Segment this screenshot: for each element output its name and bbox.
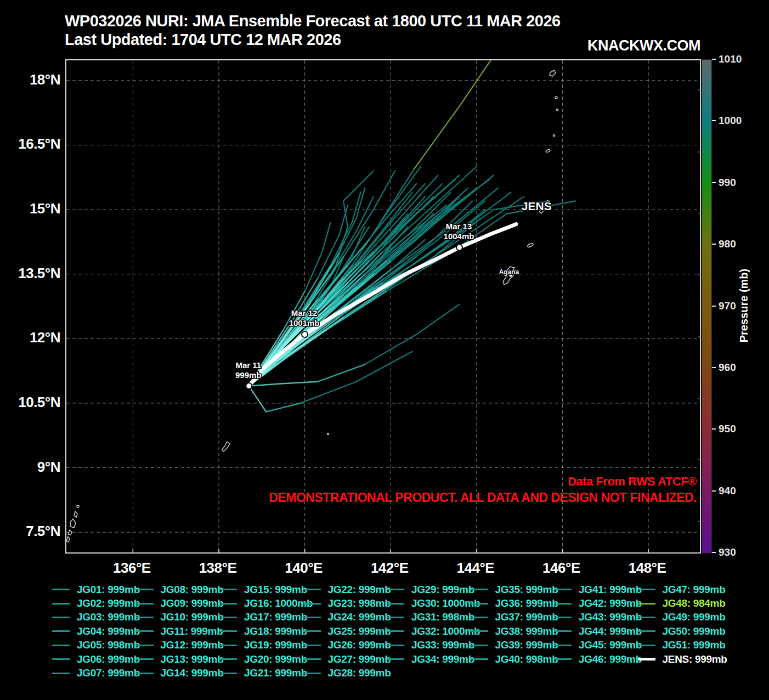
legend-item: JG19: 999mb — [219, 639, 303, 652]
legend-swatch — [136, 673, 154, 674]
island-palau-main — [70, 519, 76, 528]
legend-swatch — [52, 645, 70, 646]
legend-swatch — [303, 603, 321, 605]
pressure-colorbar — [702, 59, 712, 554]
forecast-map: Mar 11999mbMar 121001mbMar 131004mbJENSA… — [65, 59, 701, 554]
legend-item-label: JG33: 999mb — [411, 639, 474, 651]
legend-swatch — [136, 645, 154, 646]
island-palau-n — [74, 511, 77, 517]
jens-point-label: Mar 11999mb — [235, 360, 262, 380]
page-subtitle: Last Updated: 1704 UTC 12 MAR 2026 — [65, 31, 561, 49]
legend-item: JG43: 999mb — [554, 611, 638, 624]
legend-item-label: JG08: 999mb — [161, 584, 224, 596]
legend-swatch — [136, 658, 154, 660]
island-palau-s1 — [68, 530, 72, 535]
legend-swatch — [638, 589, 655, 590]
legend-item: JG36: 999mb — [471, 596, 555, 610]
legend-swatch — [219, 658, 237, 660]
legend-item: JG10: 999mb — [136, 611, 220, 624]
colorbar-tick-label: 950 — [719, 423, 736, 435]
legend-item: JG46: 999mb — [554, 652, 638, 666]
lon-tick-label: 142°E — [371, 560, 409, 577]
data-source-note: Data From RWS ATCF® — [568, 475, 697, 489]
colorbar-title: Pressure (mb) — [738, 269, 750, 343]
legend-item-label: JG43: 999mb — [579, 611, 642, 623]
legend-item: JG27: 999mb — [303, 652, 387, 666]
legend-item: JG18: 999mb — [219, 624, 303, 638]
legend-swatch — [303, 589, 321, 590]
legend-item-label: JG38: 999mb — [495, 625, 558, 637]
legend-item: JG42: 999mb — [554, 596, 638, 610]
legend-item: JG14: 999mb — [136, 666, 220, 680]
legend-swatch — [219, 589, 237, 590]
island-koror — [77, 505, 79, 507]
legend-swatch — [387, 603, 404, 605]
colorbar-major-tick — [712, 367, 716, 368]
lon-tick-label: 144°E — [457, 560, 495, 577]
island-ngulu — [327, 433, 329, 435]
legend-item: JG15: 999mb — [219, 583, 303, 596]
legend-column: JG22: 999mbJG23: 998mbJG24: 999mbJG25: 9… — [303, 583, 387, 680]
page-title: WP032026 NURI: JMA Ensemble Forecast at … — [65, 12, 561, 31]
jens-track-point — [302, 331, 308, 337]
legend-swatch — [471, 630, 488, 632]
legend-item-label: JG10: 999mb — [161, 611, 224, 623]
legend-item-label: JG07: 999mb — [77, 667, 140, 679]
legend-swatch — [52, 658, 70, 660]
legend-item: JG50: 999mb — [638, 624, 722, 638]
lat-tick-label: 18°N — [30, 71, 60, 88]
lat-tick-label: 10.5°N — [18, 393, 60, 410]
colorbar-minor-tick — [698, 398, 701, 399]
legend-item: JG12: 999mb — [136, 639, 220, 652]
jens-storm-label: JENS — [522, 200, 552, 212]
legend-item-label: JG35: 999mb — [495, 584, 558, 596]
legend-swatch — [219, 673, 237, 674]
legend-item: JG09: 999mb — [136, 596, 220, 610]
legend-item-label: JG18: 999mb — [244, 625, 307, 637]
legend-column: JG01: 999mbJG02: 999mbJG03: 999mbJG04: 9… — [52, 583, 136, 680]
legend-swatch — [136, 617, 154, 618]
legend-swatch — [554, 645, 572, 646]
legend-item: JG03: 999mb — [52, 611, 136, 624]
legend-item: JENS: 999mb — [638, 652, 722, 666]
ensemble-tracks-layer — [249, 60, 575, 412]
legend-item-label: JG30: 1000mb — [411, 597, 480, 609]
legend-item-label: JG51: 999mb — [663, 639, 726, 651]
legend-item-label: JG12: 999mb — [161, 639, 224, 651]
legend-swatch — [387, 589, 404, 590]
legend-swatch — [554, 630, 572, 632]
lat-tick-label: 7.5°N — [26, 523, 60, 540]
colorbar-minor-tick — [698, 521, 701, 522]
lat-tick-label: 9°N — [37, 458, 60, 475]
legend-item: JG47: 999mb — [638, 583, 722, 596]
legend-item: JG51: 999mb — [638, 639, 722, 652]
jens-point-label: Mar 131004mb — [444, 222, 474, 241]
colorbar-major-tick — [712, 306, 716, 307]
legend-swatch — [471, 589, 488, 590]
legend-item-label: JG21: 999mb — [244, 667, 307, 679]
colorbar-tick-label: 1000 — [719, 115, 742, 127]
legend-item: JG29: 999mb — [387, 583, 471, 596]
jens-point-label: Mar 121001mb — [289, 308, 320, 328]
legend-swatch — [387, 658, 404, 660]
legend-column: JG41: 999mbJG42: 999mbJG43: 999mbJG44: 9… — [554, 583, 638, 680]
lat-tick-label: 16.5°N — [18, 136, 60, 153]
legend-swatch — [554, 658, 572, 660]
ensemble-track-bright — [249, 386, 266, 412]
legend-column: JG08: 999mbJG09: 999mbJG10: 999mbJG11: 9… — [136, 583, 220, 680]
legend-swatch — [52, 673, 70, 674]
legend-swatch — [303, 617, 321, 618]
legend-item-label: JG16: 1000mb — [244, 597, 313, 609]
ensemble-track-bright — [249, 382, 318, 386]
legend-item-label: JG45: 999mb — [579, 639, 642, 651]
legend-item: JG13: 999mb — [136, 652, 220, 666]
island-north1 — [550, 70, 556, 76]
lon-tick-label: 140°E — [285, 560, 323, 577]
legend-item: JG34: 999mb — [387, 652, 471, 666]
legend-item: JG22: 999mb — [303, 583, 387, 596]
legend-item: JG39: 999mb — [471, 639, 555, 652]
legend-item-label: JG46: 999mb — [579, 653, 642, 665]
island-north5 — [546, 149, 551, 153]
legend-item-label: JG28: 999mb — [328, 667, 391, 679]
legend-item-label: JG31: 998mb — [411, 611, 474, 623]
